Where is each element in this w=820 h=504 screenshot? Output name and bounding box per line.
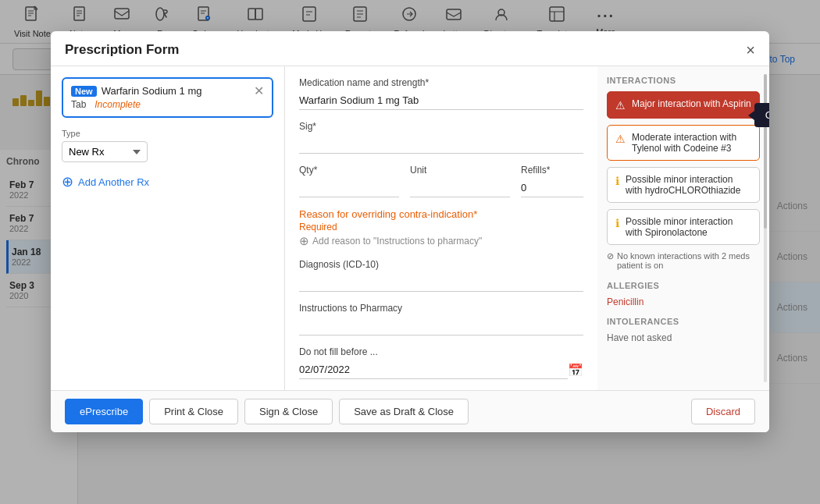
- do-not-fill-label: Do not fill before ...: [299, 346, 583, 357]
- interaction-moderate[interactable]: ⚠ Moderate interaction with Tylenol with…: [607, 125, 760, 161]
- type-select[interactable]: New Rx Refill Change: [62, 141, 148, 162]
- add-another-rx-section: ⊕ Add Another Rx: [62, 173, 273, 190]
- tooltip-arrow: [748, 111, 754, 120]
- right-panel: INTERACTIONS ⚠ Major interaction with As…: [597, 66, 769, 390]
- qty-field: Qty*: [299, 165, 399, 197]
- rx-med-name: Warfarin Sodium 1 mg: [102, 85, 202, 97]
- plus-icon: ⊕: [299, 234, 309, 248]
- qty-input[interactable]: [299, 179, 399, 197]
- rx-type-status: Tab Incomplete: [71, 98, 201, 110]
- major-warning-icon: ⚠: [615, 99, 626, 112]
- intolerance-value: Have not asked: [607, 332, 760, 343]
- med-name-label: Medication name and strength*: [299, 77, 583, 88]
- interaction-minor-1[interactable]: ℹ Possible minor interaction with hydroC…: [607, 167, 760, 203]
- sig-field: Sig*: [299, 121, 583, 154]
- interaction-minor-2[interactable]: ℹ Possible minor interaction with Spiron…: [607, 209, 760, 245]
- diagnosis-input[interactable]: [299, 273, 583, 292]
- rx-type-label: Tab: [71, 99, 86, 110]
- reason-label: Reason for overriding contra-indication*: [299, 208, 583, 220]
- minor-info-icon-2: ℹ: [615, 217, 619, 229]
- required-text: Required: [299, 222, 583, 232]
- minor-info-icon-1: ℹ: [615, 175, 619, 187]
- rx-tag-line1: New Warfarin Sodium 1 mg: [71, 85, 201, 97]
- moderate-warning-icon: ⚠: [615, 133, 626, 145]
- modal-footer: ePrescribe Print & Close Sign & Close Sa…: [51, 390, 769, 432]
- refills-field: Refills*: [521, 165, 583, 197]
- unit-field: Unit: [410, 165, 510, 197]
- tooltip-click-details: Click for details: [754, 103, 769, 127]
- rx-tag-close-icon[interactable]: ✕: [254, 85, 264, 98]
- add-another-rx-button[interactable]: ⊕ Add Another Rx: [62, 173, 273, 190]
- instructions-field: Instructions to Pharmacy: [299, 303, 583, 335]
- modal-title: Prescription Form: [65, 42, 179, 58]
- right-panel-scrollbar[interactable]: [764, 74, 767, 382]
- sig-input[interactable]: [299, 135, 583, 154]
- scrollbar-thumb: [764, 74, 767, 229]
- left-panel: New Warfarin Sodium 1 mg Tab Incomplete …: [51, 66, 285, 390]
- sign-close-button[interactable]: Sign & Close: [244, 399, 333, 424]
- interaction-moderate-text: Moderate interaction with Tylenol with C…: [632, 132, 751, 154]
- prescription-form-modal: Prescription Form × New Warfarin Sodium …: [51, 31, 769, 432]
- qty-label: Qty*: [299, 165, 399, 176]
- unit-label: Unit: [410, 165, 510, 176]
- med-name-input[interactable]: [299, 91, 583, 110]
- rx-status-label: Incomplete: [94, 99, 141, 110]
- add-instructions-label: Add reason to "Instructions to pharmacy": [312, 236, 482, 247]
- add-instructions-button[interactable]: ⊕ Add reason to "Instructions to pharmac…: [299, 234, 583, 248]
- save-draft-button[interactable]: Save as Draft & Close: [339, 399, 469, 424]
- no-interactions-text: No known interactions with 2 meds patien…: [617, 251, 760, 270]
- add-another-rx-icon: ⊕: [62, 173, 73, 190]
- intolerances-title: INTOLERANCES: [607, 317, 760, 326]
- modal-body: New Warfarin Sodium 1 mg Tab Incomplete …: [51, 66, 769, 390]
- sig-label: Sig*: [299, 121, 583, 132]
- do-not-fill-field: Do not fill before ... 📅: [299, 346, 583, 379]
- add-another-rx-label: Add Another Rx: [78, 176, 149, 188]
- interactions-title: INTERACTIONS: [607, 76, 760, 85]
- interaction-major-text: Major interaction with Aspirin: [632, 98, 751, 109]
- diagnosis-label: Diagnosis (ICD-10): [299, 259, 583, 270]
- type-label: Type: [62, 129, 273, 138]
- rx-tag-content: New Warfarin Sodium 1 mg Tab Incomplete: [71, 85, 201, 110]
- interaction-major[interactable]: ⚠ Major interaction with Aspirin Click f…: [607, 91, 760, 119]
- instructions-label: Instructions to Pharmacy: [299, 303, 583, 314]
- interaction-minor-1-text: Possible minor interaction with hydroCHL…: [626, 174, 751, 196]
- diagnosis-field: Diagnosis (ICD-10): [299, 259, 583, 292]
- middle-panel: Medication name and strength* Sig* Qty*: [285, 66, 597, 390]
- allergy-penicillin: Penicillin: [607, 296, 760, 307]
- med-name-field: Medication name and strength*: [299, 77, 583, 110]
- slash-icon: ⊘: [607, 251, 614, 261]
- calendar-icon[interactable]: 📅: [568, 363, 583, 378]
- interaction-minor-2-text: Possible minor interaction with Spironol…: [626, 216, 751, 238]
- refills-label: Refills*: [521, 165, 583, 176]
- instructions-input[interactable]: [299, 317, 583, 335]
- refills-input[interactable]: [521, 179, 583, 197]
- modal-close-button[interactable]: ×: [746, 42, 755, 58]
- unit-input[interactable]: [410, 179, 510, 197]
- rx-new-badge: New: [71, 86, 97, 97]
- discard-button[interactable]: Discard: [691, 399, 755, 424]
- print-close-button[interactable]: Print & Close: [149, 399, 238, 424]
- do-not-fill-input[interactable]: [299, 360, 568, 379]
- date-row: 📅: [299, 360, 583, 379]
- qty-row: Qty* Unit Refills*: [299, 165, 583, 197]
- eprescribe-button[interactable]: ePrescribe: [65, 399, 143, 424]
- no-interactions-note: ⊘ No known interactions with 2 meds pati…: [607, 251, 760, 270]
- rx-tag[interactable]: New Warfarin Sodium 1 mg Tab Incomplete …: [62, 77, 273, 118]
- modal-overlay: Prescription Form × New Warfarin Sodium …: [0, 0, 820, 504]
- modal-header: Prescription Form ×: [51, 31, 769, 66]
- allergies-title: ALLERGIES: [607, 281, 760, 290]
- reason-field: Reason for overriding contra-indication*…: [299, 208, 583, 248]
- type-section: Type New Rx Refill Change: [62, 129, 273, 162]
